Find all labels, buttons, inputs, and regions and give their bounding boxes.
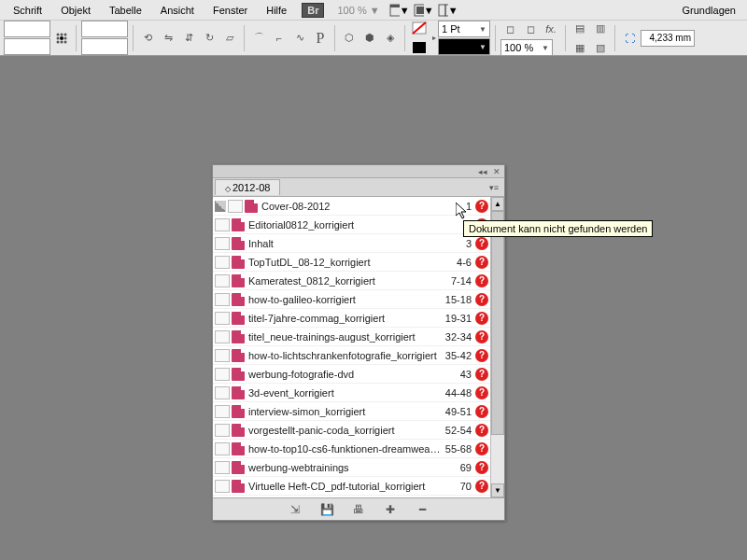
scrollbar[interactable]: ▲ ▼ xyxy=(490,197,504,497)
file-row[interactable]: interview-simon_korrigiert49-51? xyxy=(213,402,490,421)
warning-icon[interactable]: ? xyxy=(475,442,488,455)
scroll-down-icon[interactable]: ▼ xyxy=(491,483,504,497)
combo-2[interactable] xyxy=(4,38,50,55)
rotate-cw-icon[interactable]: ↻ xyxy=(200,29,218,48)
file-row[interactable]: Inhalt3? xyxy=(213,234,490,253)
warning-icon[interactable]: ? xyxy=(475,386,488,399)
select-box[interactable] xyxy=(215,218,230,231)
convert-point-icon[interactable]: ⌒ xyxy=(249,29,268,48)
remove-icon[interactable]: ━ xyxy=(415,502,430,517)
warning-icon[interactable]: ? xyxy=(475,256,488,269)
select-box[interactable] xyxy=(215,312,230,325)
select-box[interactable] xyxy=(215,405,230,418)
bridge-icon[interactable]: Br xyxy=(302,3,324,18)
menu-hilfe[interactable]: Hilfe xyxy=(257,2,296,19)
text-wrap-2-icon[interactable]: ▥ xyxy=(591,19,610,37)
menu-tabelle[interactable]: Tabelle xyxy=(100,2,151,19)
panel-tab[interactable]: ◇2012-08 xyxy=(215,179,280,195)
select-box[interactable] xyxy=(215,256,230,269)
text-wrap-4-icon[interactable]: ▧ xyxy=(591,38,610,57)
select-box[interactable] xyxy=(215,480,230,493)
view-options-icon[interactable]: ▼ xyxy=(389,2,410,19)
combo-4[interactable] xyxy=(81,38,128,55)
pathfinder-2-icon[interactable]: ⬢ xyxy=(360,29,379,48)
paragraph-icon[interactable]: P xyxy=(311,29,330,48)
file-row[interactable]: TopTutDL_08-12_korrigiert4-6? xyxy=(213,253,490,272)
rotate-icon[interactable]: ⟲ xyxy=(138,29,157,48)
file-row[interactable]: Cover-08-20121? xyxy=(213,197,490,216)
file-row[interactable]: how-to-top10-cs6-funktionen-dreamweave..… xyxy=(213,440,490,458)
file-row[interactable]: Virtuelle Heft-CD_pdf-tutorial_korrigier… xyxy=(213,477,490,496)
select-box[interactable] xyxy=(215,349,230,362)
add-icon[interactable]: ✚ xyxy=(383,502,398,517)
warning-icon[interactable]: ? xyxy=(475,461,488,474)
save-icon[interactable]: 💾 xyxy=(319,502,334,517)
file-row[interactable]: how-to-lichtschrankenfotografie_korrigie… xyxy=(213,346,490,365)
select-box[interactable] xyxy=(215,293,230,306)
pathfinder-3-icon[interactable]: ◈ xyxy=(381,29,400,48)
opacity-combo[interactable]: 100 %▼ xyxy=(500,39,553,56)
swatch-arrow-icon[interactable]: ▸ xyxy=(432,34,436,42)
text-wrap-1-icon[interactable]: ▤ xyxy=(571,19,589,37)
pathfinder-1-icon[interactable]: ⬡ xyxy=(340,29,359,48)
warning-icon[interactable]: ? xyxy=(475,200,488,213)
stroke-weight-combo[interactable]: 1 Pt▼ xyxy=(438,21,490,37)
menu-ansicht[interactable]: Ansicht xyxy=(151,2,204,19)
flip-v-icon[interactable]: ⇵ xyxy=(179,29,198,48)
stroke-style-combo[interactable]: ▼ xyxy=(438,38,490,55)
flip-h-icon[interactable]: ⇋ xyxy=(159,29,177,48)
collapse-icon[interactable]: ◂◂ xyxy=(478,167,487,176)
select-box[interactable] xyxy=(215,237,230,250)
scroll-up-icon[interactable]: ▲ xyxy=(491,197,504,211)
select-box[interactable] xyxy=(215,442,230,455)
panel-menu-icon[interactable]: ▾≡ xyxy=(484,183,504,192)
ref-point-icon[interactable] xyxy=(52,29,71,48)
select-box[interactable] xyxy=(215,461,230,474)
file-row[interactable]: titel-7jahre-commag_korrigiert19-31? xyxy=(213,309,490,328)
warning-icon[interactable]: ? xyxy=(475,368,488,381)
select-box[interactable] xyxy=(215,424,230,437)
print-icon[interactable]: 🖶 xyxy=(351,502,366,517)
select-box[interactable] xyxy=(215,368,230,381)
arrange-icon[interactable]: ▼ xyxy=(438,2,458,19)
warning-icon[interactable]: ? xyxy=(475,237,488,250)
menu-fenster[interactable]: Fenster xyxy=(204,2,257,19)
workspace-switcher[interactable]: Grundlagen xyxy=(675,2,744,19)
file-row[interactable]: how-to-galileo-korrigiert15-18? xyxy=(213,290,490,309)
menu-objekt[interactable]: Objekt xyxy=(51,2,100,19)
warning-icon[interactable]: ? xyxy=(475,293,488,306)
combo-3[interactable] xyxy=(81,21,128,37)
sync-icon[interactable]: ⇲ xyxy=(288,502,303,517)
crop-icon[interactable]: ⛶ xyxy=(620,29,639,48)
fx-icon-2[interactable]: ◻ xyxy=(521,20,540,38)
warning-icon[interactable]: ? xyxy=(475,405,488,418)
warning-icon[interactable]: ? xyxy=(475,312,488,325)
warning-icon[interactable]: ? xyxy=(475,480,488,493)
file-row[interactable]: vorgestellt-panic-coda_korrigiert52-54? xyxy=(213,421,490,440)
combo-1[interactable] xyxy=(4,21,50,37)
shear-icon[interactable]: ▱ xyxy=(220,29,239,48)
menu-schrift[interactable]: Schrift xyxy=(4,2,51,19)
text-wrap-3-icon[interactable]: ▦ xyxy=(571,38,589,57)
select-box[interactable] xyxy=(228,200,243,213)
file-row[interactable]: 3d-event_korrigiert44-48? xyxy=(213,384,490,402)
fx-label[interactable]: fx. xyxy=(542,20,560,38)
select-box[interactable] xyxy=(215,274,230,287)
select-box[interactable] xyxy=(215,386,230,399)
smooth-icon[interactable]: ∿ xyxy=(290,29,309,48)
warning-icon[interactable]: ? xyxy=(475,330,488,343)
warning-icon[interactable]: ? xyxy=(475,424,488,437)
file-row[interactable]: Kameratest_0812_korrigiert7-14? xyxy=(213,272,490,290)
file-row[interactable]: werbung-fotografie-dvd43? xyxy=(213,365,490,384)
close-icon[interactable]: ✕ xyxy=(493,167,500,176)
fill-icon[interactable] xyxy=(410,38,429,57)
file-row[interactable]: titel_neue-trainings-august_korrigiert32… xyxy=(213,328,490,346)
zoom-level[interactable]: 100 % ▼ xyxy=(337,5,379,16)
fx-icon-1[interactable]: ◻ xyxy=(500,20,519,38)
panel-titlebar[interactable]: ◂◂ ✕ xyxy=(213,165,504,178)
no-stroke-icon[interactable] xyxy=(410,19,429,37)
screen-mode-icon[interactable]: ▼ xyxy=(414,2,434,19)
file-row[interactable]: werbung-webtrainings69? xyxy=(213,458,490,477)
corner-icon[interactable]: ⌐ xyxy=(270,29,289,48)
measurement-input[interactable] xyxy=(641,30,695,47)
